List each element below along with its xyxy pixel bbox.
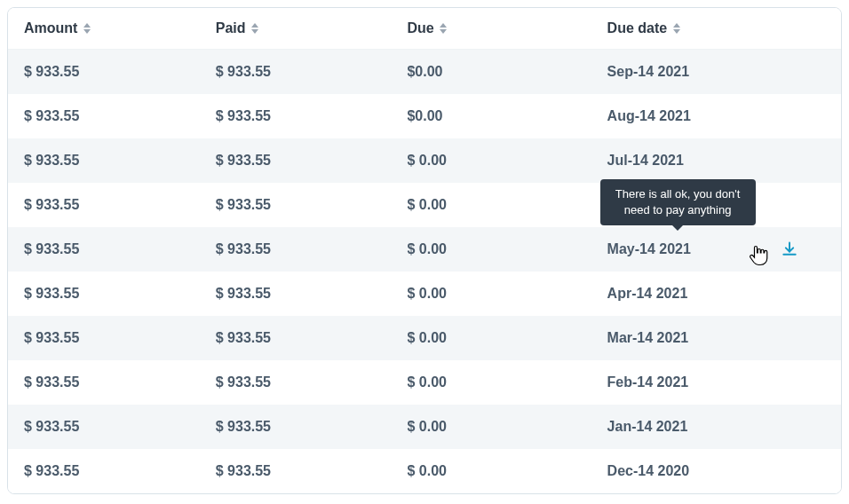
due-date-text: Dec-14 2020 xyxy=(607,463,690,479)
cell-amount: $ 933.55 xyxy=(8,183,200,227)
cell-amount: $ 933.55 xyxy=(8,94,200,138)
table-row[interactable]: $ 933.55 $ 933.55 $ 0.00 Apr-14 2021 xyxy=(8,272,841,316)
cell-paid: $ 933.55 xyxy=(200,316,392,360)
table-row[interactable]: $ 933.55 $ 933.55 $ 0.00 Mar-14 2021 xyxy=(8,316,841,360)
cell-amount: $ 933.55 xyxy=(8,405,200,449)
cell-due-date: Jul-14 2021 xyxy=(591,138,841,183)
table-row[interactable]: $ 933.55 $ 933.55 $0.00 Sep-14 2021 xyxy=(8,50,841,95)
cell-paid: $ 933.55 xyxy=(200,449,392,493)
cell-paid: $ 933.55 xyxy=(200,183,392,227)
table-row[interactable]: $ 933.55 $ 933.55 $ 0.00 There is all ok… xyxy=(8,227,841,272)
cell-due: $ 0.00 xyxy=(391,360,591,405)
cell-paid: $ 933.55 xyxy=(200,227,392,272)
due-date-text: Sep-14 2021 xyxy=(607,64,690,80)
cell-due: $ 0.00 xyxy=(391,227,591,272)
header-due[interactable]: Due xyxy=(391,8,591,50)
header-amount[interactable]: Amount xyxy=(8,8,200,50)
cell-due-date: There is all ok, you don't need to pay a… xyxy=(591,227,841,272)
cell-paid: $ 933.55 xyxy=(200,360,392,405)
cell-amount: $ 933.55 xyxy=(8,316,200,360)
cell-paid: $ 933.55 xyxy=(200,50,392,95)
header-amount-label: Amount xyxy=(24,20,77,35)
table-row[interactable]: $ 933.55 $ 933.55 $ 0.00 Feb-14 2021 xyxy=(8,360,841,405)
cell-paid: $ 933.55 xyxy=(200,94,392,138)
table-row[interactable]: $ 933.55 $ 933.55 $ 0.00 Dec-14 2020 xyxy=(8,449,841,493)
cell-due: $ 0.00 xyxy=(391,272,591,316)
due-date-text: Feb-14 2021 xyxy=(607,374,689,390)
due-date-text: May-14 2021 xyxy=(607,241,691,257)
cell-due: $ 0.00 xyxy=(391,316,591,360)
cell-paid: $ 933.55 xyxy=(200,138,392,183)
cell-due: $ 0.00 xyxy=(391,183,591,227)
cell-due-date: Jan-14 2021 xyxy=(591,405,841,449)
cell-due-date: Feb-14 2021 xyxy=(591,360,841,405)
due-date-text: Apr-14 2021 xyxy=(607,286,688,302)
due-date-text: Aug-14 2021 xyxy=(607,108,691,124)
cell-due: $ 0.00 xyxy=(391,449,591,493)
payments-table: Amount Paid Due Due date xyxy=(8,8,841,493)
table-body: $ 933.55 $ 933.55 $0.00 Sep-14 2021 $ 93… xyxy=(8,50,841,494)
cell-amount: $ 933.55 xyxy=(8,360,200,405)
cell-due: $0.00 xyxy=(391,50,591,95)
payments-table-container: Amount Paid Due Due date xyxy=(7,7,842,494)
table-header-row: Amount Paid Due Due date xyxy=(8,8,841,50)
cell-due: $ 0.00 xyxy=(391,138,591,183)
header-due-date-label: Due date xyxy=(607,20,668,35)
table-row[interactable]: $ 933.55 $ 933.55 $ 0.00 Jan-14 2021 xyxy=(8,405,841,449)
cell-amount: $ 933.55 xyxy=(8,50,200,95)
cell-amount: $ 933.55 xyxy=(8,272,200,316)
cell-due-date: Apr-14 2021 xyxy=(591,272,841,316)
cell-due: $ 0.00 xyxy=(391,405,591,449)
due-date-text: Mar-14 2021 xyxy=(607,330,689,346)
cell-due-date: Aug-14 2021 xyxy=(591,94,841,138)
header-paid-label: Paid xyxy=(216,20,246,35)
cell-due-date: Mar-14 2021 xyxy=(591,316,841,360)
cell-due-date: Sep-14 2021 xyxy=(591,50,841,95)
pointer-cursor-icon xyxy=(748,243,769,268)
cell-due-date xyxy=(591,183,841,227)
cell-paid: $ 933.55 xyxy=(200,272,392,316)
table-row[interactable]: $ 933.55 $ 933.55 $ 0.00 xyxy=(8,183,841,227)
download-icon[interactable] xyxy=(781,240,798,258)
header-due-label: Due xyxy=(407,20,433,35)
due-date-text: Jan-14 2021 xyxy=(607,419,688,435)
header-due-date[interactable]: Due date xyxy=(591,8,841,50)
cell-paid: $ 933.55 xyxy=(200,405,392,449)
table-row[interactable]: $ 933.55 $ 933.55 $ 0.00 Jul-14 2021 xyxy=(8,138,841,183)
due-date-text: Jul-14 2021 xyxy=(607,153,684,169)
cell-due-date: Dec-14 2020 xyxy=(591,449,841,493)
header-paid[interactable]: Paid xyxy=(200,8,392,50)
cell-due: $0.00 xyxy=(391,94,591,138)
cell-amount: $ 933.55 xyxy=(8,227,200,272)
table-row[interactable]: $ 933.55 $ 933.55 $0.00 Aug-14 2021 xyxy=(8,94,841,138)
cell-amount: $ 933.55 xyxy=(8,138,200,183)
cell-amount: $ 933.55 xyxy=(8,449,200,493)
